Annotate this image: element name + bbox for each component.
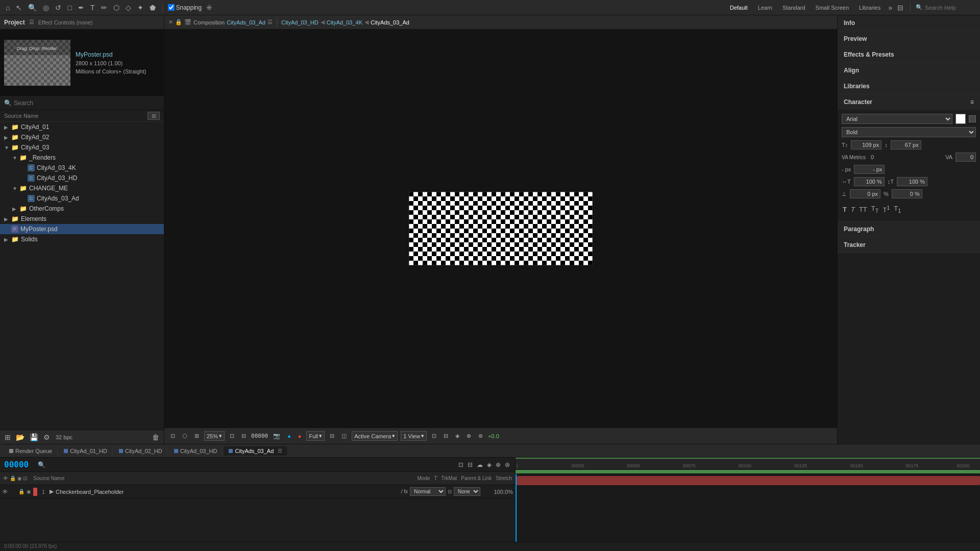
style-select[interactable]: Bold [842,127,976,137]
lock-icon[interactable]: 🔒 [175,19,182,26]
pen-tool[interactable]: ✒ [77,3,86,13]
faux-italic[interactable]: T [850,205,856,214]
tl-search-icon[interactable]: 🔍 [37,460,46,469]
list-item[interactable]: P MyPoster.psd [0,224,164,234]
quality-dropdown[interactable]: Full ▾ [306,431,325,441]
trkmat-select[interactable]: None [454,487,480,496]
tracking-input[interactable] [955,153,976,162]
view-dropdown[interactable]: 1 View ▾ [401,431,427,441]
baseline-input[interactable] [850,189,880,198]
tab-render-queue[interactable]: Render Queue [4,446,58,456]
toggle-icon[interactable]: ⊟ [896,3,905,13]
snapping-check[interactable] [168,4,175,11]
view-options5[interactable]: ⊛ [476,432,485,440]
tl-toggle1[interactable]: ⊡ [457,460,464,469]
effect-controls-tab[interactable]: Effect Controls (none) [38,19,93,26]
superscript[interactable]: T1 [881,204,891,215]
current-time[interactable]: 00000 [4,460,29,469]
view-options2[interactable]: ⊟ [442,432,450,440]
viewer-region-icon[interactable]: ⊡ [168,432,177,440]
viewer-3d-icon[interactable]: ⬡ [180,432,189,440]
view-options1[interactable]: ⊡ [430,432,438,440]
faux-bold[interactable]: T [842,205,848,214]
tl-toggle2[interactable]: ⊟ [467,460,474,469]
ws-standard[interactable]: Standard [778,4,810,12]
select-tool[interactable]: ↖ [14,3,23,13]
ws-default[interactable]: Default [726,4,752,12]
eraser-tool[interactable]: ◇ [124,3,133,13]
list-item[interactable]: ▶ 📁 CityAd_01 [0,122,164,132]
libraries-header[interactable]: Libraries [838,79,980,94]
tsume-input[interactable] [892,189,922,198]
rect-tool[interactable]: □ [66,3,73,13]
view-options3[interactable]: ◈ [453,432,461,440]
interpret-icon[interactable]: ⚙ [42,432,52,442]
character-header[interactable]: Character ≡ [838,94,980,110]
tl-toggle3[interactable]: ☁ [476,460,484,469]
search-icon[interactable]: 🔍 [27,3,38,13]
home-icon[interactable]: ⌂ [4,3,11,13]
layer-lock[interactable]: 🔒 [18,489,24,494]
delete-icon[interactable]: 🗑 [151,432,161,442]
fit-icon[interactable]: ⊡ [228,432,236,440]
tl-toggle4[interactable]: ◈ [486,460,493,469]
layer-expand[interactable]: ▶ [50,488,54,495]
list-item[interactable]: C CityAds_03_Ad [0,193,164,204]
work-area-bar[interactable] [516,470,980,474]
font-color-swatch[interactable] [955,114,966,124]
viewer-guide-icon[interactable]: ⊞ [192,432,201,440]
brush-tool[interactable]: ✏ [100,3,109,13]
tab-cityad01-hd[interactable]: CityAd_01_HD [59,446,113,456]
tracker-header[interactable]: Tracker [838,237,980,253]
panel-menu-icon[interactable]: ☰ [29,19,34,26]
info-header[interactable]: Info [838,15,980,31]
shape-tool[interactable]: ⬟ [148,3,157,13]
comp-menu-icon[interactable]: ☰ [267,19,273,26]
list-item[interactable]: ▼ 📁 CityAd_03 [0,142,164,153]
save-icon[interactable]: 💾 [28,432,40,442]
more-workspaces[interactable]: » [887,3,894,13]
kerning-input[interactable] [854,165,885,174]
viewer-toggle2[interactable]: ◫ [339,432,349,440]
list-item[interactable]: ▶ 📁 Elements [0,214,164,224]
font-select[interactable]: Arial [842,114,952,124]
layer-visibility[interactable]: 👁 [2,488,8,495]
clone-tool[interactable]: ⬡ [112,3,121,13]
ws-libraries[interactable]: Libraries [855,4,885,12]
view-options4[interactable]: ⊕ [464,432,473,440]
tl-toggle6[interactable]: ⊛ [504,460,511,469]
layer-mode-select[interactable]: Normal [410,487,446,496]
layer-switches[interactable]: / fx [401,489,408,494]
text-tool[interactable]: T [89,3,96,13]
char-menu-icon[interactable]: ≡ [970,98,974,106]
magnet-icon[interactable]: ⁜ [205,3,214,13]
grid-toggle[interactable]: ⊞ [148,112,160,120]
close-icon[interactable]: ✕ [168,19,173,26]
scale-h-input[interactable] [854,177,885,186]
small-caps[interactable]: TT [870,204,880,215]
scale-v-input[interactable] [897,177,927,186]
subscript[interactable]: T1 [893,204,902,215]
list-item[interactable]: C CityAd_03_HD [0,173,164,183]
list-item[interactable]: ▶ 📁 OtherComps [0,204,164,214]
tab-cityad03-hd[interactable]: CityAd_03_HD [169,446,223,456]
align-header[interactable]: Align [838,63,980,78]
list-item[interactable]: C CityAd_03_4K [0,163,164,173]
project-tab[interactable]: Project [4,19,25,26]
tab-cityads03-ad[interactable]: CityAds_03_Ad ☰ [224,446,288,456]
zoom-dropdown[interactable]: 25% ▾ [204,431,225,441]
preview-header[interactable]: Preview [838,31,980,46]
search-help-input[interactable] [925,5,976,11]
paragraph-header[interactable]: Paragraph [838,221,980,237]
breadcrumb-item-1[interactable]: CityAd_03_HD [281,19,318,26]
list-item[interactable]: ▶ 📁 Solids [0,234,164,244]
leading-input[interactable] [891,140,921,149]
breadcrumb-item-2[interactable]: CityAd_03_4K [327,19,362,26]
camera-tool[interactable]: ◎ [41,3,51,13]
snapping-checkbox[interactable]: Snapping [168,4,202,11]
effects-presets-header[interactable]: Effects & Presets [838,47,980,62]
open-icon[interactable]: 📂 [14,432,26,442]
list-item[interactable]: ▼ 📁 _Renders [0,153,164,163]
tab-cityad02-hd[interactable]: CityAd_02_HD [114,446,168,456]
list-item[interactable]: ▼ 📁 CHANGE_ME [0,183,164,193]
